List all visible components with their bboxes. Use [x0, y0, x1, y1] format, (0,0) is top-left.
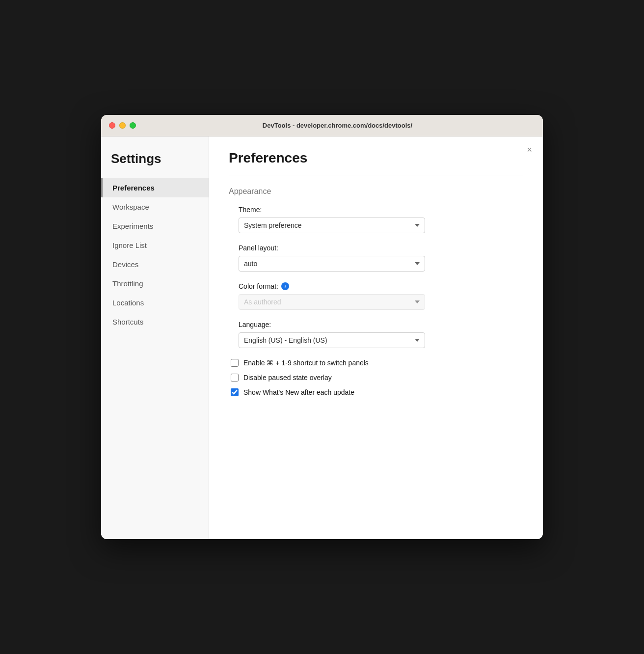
divider	[229, 175, 523, 175]
section-appearance: Appearance	[229, 187, 523, 196]
page-title: Preferences	[229, 150, 523, 166]
theme-label: Theme:	[239, 206, 523, 214]
sidebar-item-shortcuts[interactable]: Shortcuts	[101, 312, 209, 331]
sidebar-item-experiments[interactable]: Experiments	[101, 217, 209, 236]
checkbox-whats-new[interactable]	[231, 388, 239, 396]
close-button[interactable]: ×	[527, 145, 532, 154]
language-label: Language:	[239, 321, 523, 328]
checkbox-label-whats-new: Show What's New after each update	[243, 388, 354, 396]
checkbox-label-cmd-shortcut: Enable ⌘ + 1-9 shortcut to switch panels	[243, 359, 369, 367]
checkbox-row-disable-paused: Disable paused state overlay	[231, 374, 523, 382]
panel-layout-label: Panel layout:	[239, 244, 523, 252]
sidebar: Settings Preferences Workspace Experimen…	[101, 136, 209, 539]
checkbox-label-disable-paused: Disable paused state overlay	[243, 374, 332, 382]
color-format-label: Color format: i	[239, 282, 523, 290]
minimize-traffic-light[interactable]	[119, 122, 126, 129]
sidebar-item-locations[interactable]: Locations	[101, 293, 209, 312]
dialog-body: Settings Preferences Workspace Experimen…	[101, 136, 543, 539]
color-format-field-group: Color format: i As authored HEX RGB HSL	[239, 282, 523, 310]
checkbox-row-cmd-shortcut: Enable ⌘ + 1-9 shortcut to switch panels	[231, 359, 523, 367]
maximize-traffic-light[interactable]	[130, 122, 136, 129]
language-field-group: Language: English (US) - English (US) De…	[239, 321, 523, 348]
panel-layout-select[interactable]: auto horizontal vertical	[239, 256, 425, 272]
sidebar-item-devices[interactable]: Devices	[101, 255, 209, 274]
browser-window: DevTools - developer.chrome.com/docs/dev…	[101, 115, 543, 539]
sidebar-title: Settings	[101, 146, 209, 178]
checkbox-row-whats-new: Show What's New after each update	[231, 388, 523, 396]
sidebar-item-workspace[interactable]: Workspace	[101, 197, 209, 217]
language-select[interactable]: English (US) - English (US) Deutsch - Ge…	[239, 332, 425, 348]
checkbox-disable-paused[interactable]	[231, 374, 239, 382]
color-format-select[interactable]: As authored HEX RGB HSL	[239, 294, 425, 310]
checkbox-cmd-shortcut[interactable]	[231, 359, 239, 367]
sidebar-item-preferences[interactable]: Preferences	[101, 178, 209, 197]
close-traffic-light[interactable]	[109, 122, 115, 129]
checkboxes-section: Enable ⌘ + 1-9 shortcut to switch panels…	[231, 359, 523, 396]
sidebar-item-ignore-list[interactable]: Ignore List	[101, 236, 209, 255]
theme-field-group: Theme: System preference Light Dark	[239, 206, 523, 233]
theme-select[interactable]: System preference Light Dark	[239, 218, 425, 233]
title-bar: DevTools - developer.chrome.com/docs/dev…	[101, 115, 543, 136]
panel-layout-field-group: Panel layout: auto horizontal vertical	[239, 244, 523, 272]
main-content: × Preferences Appearance Theme: System p…	[209, 136, 543, 539]
browser-title: DevTools - developer.chrome.com/docs/dev…	[140, 122, 535, 129]
color-format-info-icon[interactable]: i	[281, 282, 289, 290]
sidebar-item-throttling[interactable]: Throttling	[101, 274, 209, 293]
